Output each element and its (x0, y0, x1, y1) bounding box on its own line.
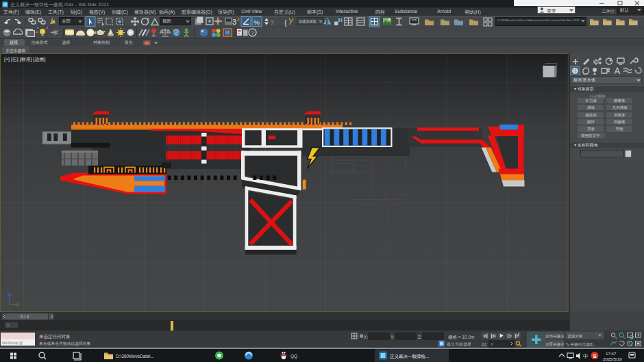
svg-text:2025/5/19: 2025/5/19 (603, 356, 622, 361)
svg-text:17:47: 17:47 (606, 350, 617, 355)
svg-text:?: ? (251, 30, 254, 36)
svg-text:S: S (593, 352, 597, 359)
svg-text:中: 中 (583, 353, 589, 359)
svg-text:孤立当前选择: 孤立当前选择 (447, 341, 471, 347)
svg-text:[+] [右] [标准] [边面]: [+] [右] [标准] [边面] (4, 57, 46, 62)
svg-text:设置关键点: 设置关键点 (545, 342, 565, 347)
svg-text:D:\360MoveData\...: D:\360MoveData\... (116, 353, 154, 358)
svg-text:X:: X: (364, 335, 368, 339)
svg-text:自动关键点: 自动关键点 (545, 334, 565, 339)
svg-text:正义裁决一颗弹枪...: 正义裁决一颗弹枪... (390, 353, 430, 359)
svg-text:QQ: QQ (290, 353, 297, 359)
svg-text:㌔ 关键点过滤器...: ㌔ 关键点过滤器... (566, 342, 597, 347)
svg-text:栅格 = 10.0m: 栅格 = 10.0m (448, 335, 474, 340)
svg-text:Y:: Y: (391, 335, 395, 339)
svg-text:Z:: Z: (418, 335, 422, 339)
svg-text:选定对象: 选定对象 (568, 334, 584, 339)
